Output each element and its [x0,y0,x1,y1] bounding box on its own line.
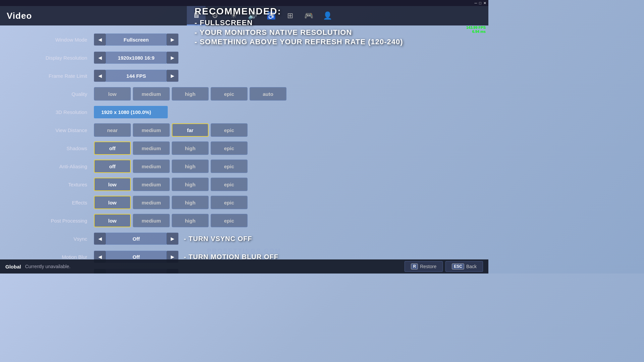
effects-btn-group: low medium high epic [94,196,248,209]
quality-epic-btn[interactable]: epic [211,87,248,101]
status-global-label: Global [5,264,21,269]
recommended-item-3: - SOMETHING ABOVE YOUR REFRESH RATE (120… [195,37,403,47]
anti-aliasing-label: Anti-Aliasing [20,164,94,169]
quality-label: Quality [20,91,94,97]
textures-row: Textures low medium high epic [20,177,468,192]
minimize-button[interactable]: ─ [475,1,477,5]
restore-label: Restore [420,264,436,269]
view-distance-row: View Distance near medium far epic [20,123,468,137]
post-processing-medium-btn[interactable]: medium [133,214,170,227]
anti-aliasing-off-btn[interactable]: off [94,160,131,173]
textures-high-btn[interactable]: high [172,178,209,191]
vsync-hint: - TURN VSYNC OFF [184,235,252,243]
window-mode-value: Fullscreen [106,34,166,46]
recommended-title: RECOMMENDED: [195,6,403,17]
vsync-picker: ◀ Off ▶ [94,233,178,245]
post-processing-epic-btn[interactable]: epic [211,214,248,227]
back-label: Back [466,264,477,269]
quality-low-btn[interactable]: low [94,87,131,101]
view-distance-btn-group: near medium far epic [94,123,248,137]
status-buttons: R Restore ESC Back [405,261,483,272]
frame-rate-row: Frame Rate Limit ◀ 144 FPS ▶ [20,68,468,83]
main-content: Window Mode ◀ Fullscreen ▶ Display Resol… [0,25,488,274]
maximize-button[interactable]: □ [479,1,481,5]
effects-row: Effects low medium high epic [20,195,468,210]
post-processing-label: Post Processing [20,218,94,224]
resolution-3d-value[interactable]: 644 x 362 (100.0%) [94,106,168,118]
vsync-label: Vsync [20,236,94,242]
anti-aliasing-btn-group: off medium high epic [94,160,248,173]
recommended-item-1: - FULLSCREEN [195,18,403,28]
shadows-row: Shadows off medium high epic [20,141,468,156]
window-mode-prev[interactable]: ◀ [94,34,106,46]
close-button[interactable]: ✕ [483,1,486,5]
display-resolution-picker: ◀ 644x362 16:9 ▶ [94,52,178,64]
post-processing-high-btn[interactable]: high [172,214,209,227]
shadows-btn-group: off medium high epic [94,141,248,155]
resolution-3d-label: 3D Resolution [20,109,94,115]
view-distance-medium-btn[interactable]: medium [133,123,170,137]
vsync-next[interactable]: ▶ [166,233,178,245]
quality-auto-btn[interactable]: auto [250,87,286,101]
quality-medium-btn[interactable]: medium [133,87,170,101]
frame-rate-prev[interactable]: ◀ [94,70,106,82]
motion-blur-label: Motion Blur [20,254,94,260]
back-button[interactable]: ESC Back [445,261,483,272]
window-mode-label: Window Mode [20,37,94,43]
shadows-high-btn[interactable]: high [172,141,209,155]
recommended-item-2: - YOUR MONITORS NATIVE RESOLUTION [195,28,403,38]
effects-medium-btn[interactable]: medium [133,196,170,209]
post-processing-low-btn[interactable]: low [94,214,131,227]
window-mode-picker: ◀ Fullscreen ▶ [94,34,178,46]
frame-rate-value: 144 FPS [106,70,166,82]
anti-aliasing-medium-btn[interactable]: medium [133,160,170,173]
view-distance-epic-btn[interactable]: epic [211,123,248,137]
recommended-list: - FULLSCREEN - YOUR MONITORS NATIVE RESO… [195,18,403,47]
shadows-off-btn[interactable]: off [94,141,131,155]
display-resolution-value: 644x362 16:9 [106,52,166,64]
shadows-medium-btn[interactable]: medium [133,141,170,155]
textures-medium-btn[interactable]: medium [133,178,170,191]
frame-rate-picker: ◀ 144 FPS ▶ [94,70,178,82]
quality-btn-group: low medium high epic auto [94,87,286,101]
display-resolution-prev[interactable]: ◀ [94,52,106,64]
display-resolution-next[interactable]: ▶ [166,52,178,64]
textures-btn-group: low medium high epic [94,178,248,191]
effects-low-btn[interactable]: low [94,196,131,209]
status-bar: Global Currently unavailable. R Restore … [0,259,488,274]
textures-low-btn[interactable]: low [94,178,131,191]
back-key: ESC [452,263,464,269]
effects-label: Effects [20,200,94,205]
restore-button[interactable]: R Restore [405,261,443,272]
textures-label: Textures [20,182,94,187]
shadows-epic-btn[interactable]: epic [211,141,248,155]
textures-epic-btn[interactable]: epic [211,178,248,191]
status-message: Currently unavailable. [25,264,70,269]
effects-high-btn[interactable]: high [172,196,209,209]
resolution-3d-row: 3D Resolution 644 x 362 (100.0%) [20,105,468,119]
post-processing-row: Post Processing low medium high epic [20,213,468,228]
effects-epic-btn[interactable]: epic [211,196,248,209]
watermark: PROSETTINGS.COM [207,248,281,255]
anti-aliasing-row: Anti-Aliasing off medium high epic [20,159,468,174]
post-processing-btn-group: low medium high epic [94,214,248,227]
anti-aliasing-epic-btn[interactable]: epic [211,160,248,173]
frame-rate-next[interactable]: ▶ [166,70,178,82]
shadows-label: Shadows [20,145,94,151]
title-bar: ─ □ ✕ [0,0,488,6]
anti-aliasing-high-btn[interactable]: high [172,160,209,173]
view-distance-near-btn[interactable]: near [94,123,131,137]
frame-rate-label: Frame Rate Limit [20,73,94,79]
window-mode-next[interactable]: ▶ [166,34,178,46]
vsync-value: Off [106,233,166,245]
view-distance-label: View Distance [20,127,94,133]
view-distance-far-btn[interactable]: far [172,123,209,137]
display-resolution-row: Display Resolution ◀ 644x362 16:9 ▶ [20,50,468,65]
display-resolution-label: Display Resolution [20,55,94,61]
vsync-row: Vsync ◀ Off ▶ - TURN VSYNC OFF [20,231,468,246]
vsync-prev[interactable]: ◀ [94,233,106,245]
recommended-overlay: RECOMMENDED: - FULLSCREEN - YOUR MONITOR… [195,6,403,47]
restore-key: R [411,263,418,269]
quality-high-btn[interactable]: high [172,87,209,101]
quality-row: Quality low medium high epic auto [20,86,468,101]
